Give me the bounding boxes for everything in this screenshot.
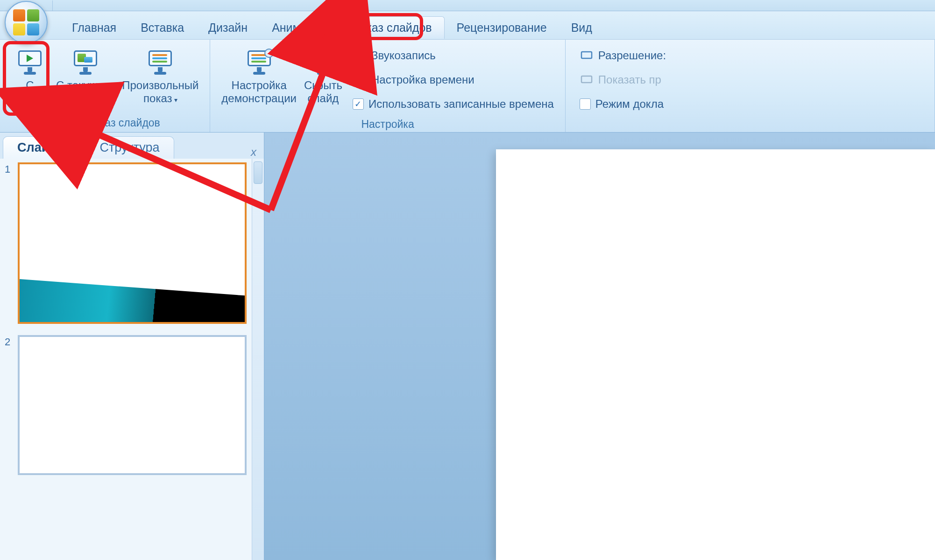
tab-view[interactable]: Вид [559, 16, 604, 39]
group-start-title: Начать показ слайдов [7, 115, 202, 130]
from-current-button[interactable]: С текущего слайда [52, 43, 118, 106]
office-logo-icon [13, 9, 39, 35]
record-narration-button[interactable]: Звукозапись [349, 43, 558, 68]
tab-animations[interactable]: Анимация [260, 16, 339, 39]
group-monitors-title [573, 127, 927, 130]
slide-thumbnail[interactable] [18, 335, 247, 475]
tab-home[interactable]: Главная [60, 16, 128, 39]
setup-show-button[interactable]: Настройка демонстрации [218, 43, 300, 106]
current-slide[interactable] [496, 149, 935, 560]
show-on-label: Показать пр [598, 73, 661, 86]
tab-design[interactable]: Дизайн [196, 16, 260, 39]
pane-tab-outline[interactable]: Структура [85, 136, 174, 159]
tab-slideshow[interactable]: Показ слайдов [339, 16, 444, 39]
record-icon [353, 49, 367, 62]
from-beginning-button[interactable]: С начала [7, 43, 52, 106]
group-setup-title: Настройка [218, 116, 558, 132]
ribbon: С начала С текущего слайда Произвольный … [0, 39, 935, 133]
thumbnail-number: 1 [5, 162, 15, 175]
rehearse-label: Настройка времени [371, 73, 475, 86]
custom-show-label: Произвольный показ▾ [122, 79, 198, 105]
pane-tab-slides[interactable]: Слайды [3, 136, 82, 159]
clock-icon [353, 74, 367, 86]
thumbnail-scrollbar[interactable] [252, 159, 264, 560]
thumbnail-row[interactable]: 2 [5, 335, 247, 475]
resolution-row[interactable]: Разрешение: [576, 43, 670, 68]
thumbnail-number: 2 [5, 335, 15, 348]
use-timings-checkbox-row[interactable]: ✓ Использовать записанные времена [349, 92, 558, 116]
svg-rect-4 [581, 76, 592, 83]
svg-rect-3 [581, 52, 592, 58]
hide-slide-label: Скрыть слайд [304, 79, 342, 105]
thumbnail-row[interactable]: 1 [5, 162, 247, 324]
resolution-icon [580, 49, 594, 62]
group-setup: Настройка демонстрации Скрыть слайд Звук… [210, 40, 566, 132]
ribbon-tab-row: Главная Вставка Дизайн Анимация Показ сл… [0, 11, 935, 39]
slide-thumbnail[interactable] [18, 162, 247, 324]
thumbnail-list: 1 2 [0, 159, 252, 560]
presenter-view-row[interactable]: ✓ Режим докла [576, 92, 670, 116]
custom-show-button[interactable]: Произвольный показ▾ [118, 43, 202, 106]
scrollbar-thumb[interactable] [254, 161, 262, 184]
group-monitors: Разрешение: Показать пр ✓ Режим докла [566, 40, 935, 132]
monitor-play-icon [16, 49, 43, 75]
group-start-slideshow: С начала С текущего слайда Произвольный … [0, 40, 210, 132]
hide-slide-button[interactable]: Скрыть слайд [300, 43, 346, 106]
from-beginning-label: С начала [11, 79, 48, 105]
slide-panel: Слайды Структура x 1 2 [0, 133, 264, 560]
monitor-current-icon [72, 49, 99, 75]
pane-close-button[interactable]: x [251, 146, 256, 159]
record-label: Звукозапись [371, 49, 436, 62]
tab-review[interactable]: Рецензирование [445, 16, 559, 39]
office-button[interactable] [5, 1, 48, 44]
slide-canvas [264, 133, 935, 560]
tab-insert[interactable]: Вставка [128, 16, 196, 39]
from-current-label: С текущего слайда [56, 79, 114, 105]
setup-show-label: Настройка демонстрации [221, 79, 297, 105]
show-on-icon [580, 74, 594, 86]
checkbox-icon: ✓ [353, 98, 364, 110]
use-timings-label: Использовать записанные времена [368, 98, 554, 111]
show-on-row: Показать пр [576, 68, 670, 92]
monitor-setup-icon [246, 49, 273, 75]
monitor-hide-icon [310, 49, 337, 75]
checkbox-icon: ✓ [580, 98, 591, 110]
rehearse-timings-button[interactable]: Настройка времени [349, 68, 558, 92]
resolution-label: Разрешение: [598, 49, 666, 62]
presenter-label: Режим докла [595, 98, 664, 111]
monitor-custom-icon [147, 49, 174, 75]
